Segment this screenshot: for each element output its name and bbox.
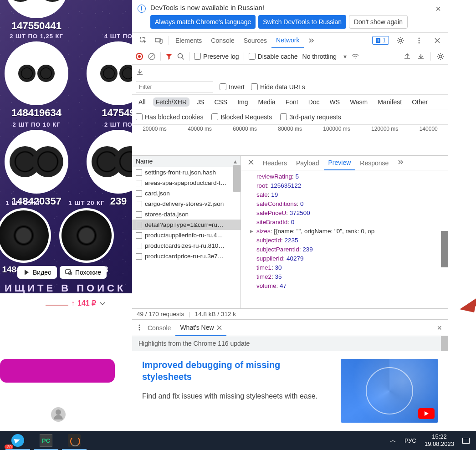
throttling-select[interactable]: No throttling▾ (302, 53, 347, 60)
taskbar-telegram[interactable]: .20 (4, 431, 32, 450)
requests-header[interactable]: Name ▴ (132, 156, 241, 167)
network-timeline[interactable]: 20000 ms40000 ms60000 ms80000 ms100000 m… (132, 125, 448, 156)
tray-chevron-icon[interactable]: ︿ (390, 436, 396, 445)
invert-checkbox[interactable]: Invert (220, 83, 245, 91)
type-manifest[interactable]: Manifest (375, 97, 404, 107)
drawer-tab-console[interactable]: Console (143, 320, 175, 336)
tab-console[interactable]: Console (206, 33, 239, 48)
requests-list[interactable]: settings-front-ru.json.hashareas-spa-spa… (132, 167, 241, 308)
type-img[interactable]: Img (235, 97, 251, 107)
close-drawer-icon[interactable]: × (434, 323, 445, 333)
request-row[interactable]: productcardprice-ru-ru.3e7… (132, 251, 241, 261)
tab-sources[interactable]: Sources (239, 33, 271, 48)
close-devtools-icon[interactable] (430, 37, 445, 44)
similar-button[interactable]: Похожие (60, 266, 107, 279)
request-row[interactable]: stores-data.json (132, 209, 241, 220)
product-label: 2 ШТ ПО (87, 121, 132, 128)
json-line[interactable]: time1: 30 (256, 263, 448, 272)
match-language-button[interactable]: Always match Chrome's language (150, 15, 256, 29)
dtab-headers[interactable]: Headers (258, 156, 292, 170)
more-dtabs-icon[interactable] (393, 159, 408, 167)
dont-show-button[interactable]: Don't show again (349, 15, 408, 29)
json-line[interactable]: subjectId: 2235 (256, 236, 448, 245)
wifi-icon[interactable] (351, 52, 359, 61)
inspect-icon[interactable] (136, 36, 151, 45)
hide-data-urls-checkbox[interactable]: Hide data URLs (251, 83, 305, 91)
type-media[interactable]: Media (256, 97, 278, 107)
type-font[interactable]: Font (283, 97, 301, 107)
scrollbar-thumb[interactable] (233, 165, 241, 192)
json-line[interactable]: subjectParentId: 239 (256, 245, 448, 254)
type-ws[interactable]: WS (327, 97, 343, 107)
record-button[interactable] (136, 53, 143, 60)
close-detail-icon[interactable] (244, 159, 258, 167)
blocked-cookies-checkbox[interactable]: Has blocked cookies (136, 113, 203, 121)
json-line[interactable]: ▸sizes: [{name: "", origName: "0", rank:… (256, 227, 448, 236)
filter-icon[interactable] (165, 53, 173, 60)
request-row[interactable]: cargo-delivery-stores-v2.json (132, 199, 241, 209)
close-icon[interactable]: × (434, 4, 443, 14)
request-row[interactable]: areas-spa-spaproductcard-t… (132, 178, 241, 188)
request-row[interactable]: settings-front-ru.json.hash (132, 167, 241, 178)
json-preview[interactable]: reviewRating: 5root: 125635122sale: 19sa… (241, 170, 448, 308)
detail-scrollbar-thumb[interactable] (441, 231, 448, 267)
request-row[interactable]: card.json (132, 188, 241, 199)
json-line[interactable]: time2: 35 (256, 272, 448, 281)
download-icon[interactable] (417, 52, 425, 61)
json-line[interactable]: volume: 47 (256, 281, 448, 291)
issues-badge[interactable]: 1 (372, 36, 389, 45)
chevron-down-icon[interactable] (99, 300, 106, 307)
whatsnew-title[interactable]: Improved debugging of missing stylesheet… (142, 359, 332, 383)
type-css[interactable]: CSS (211, 97, 230, 107)
tab-network[interactable]: Network (271, 33, 304, 48)
upload-icon[interactable] (403, 52, 411, 61)
drawer-kebab-icon[interactable] (136, 324, 143, 332)
kebab-icon[interactable] (412, 37, 426, 44)
taskbar-pycharm[interactable]: PC (32, 431, 60, 450)
type-other[interactable]: Other (409, 97, 430, 107)
json-line[interactable]: supplierId: 40279 (256, 254, 448, 263)
preserve-log-checkbox[interactable]: Preserve log (194, 53, 239, 60)
avatar-icon[interactable] (51, 407, 66, 422)
tray-clock[interactable]: 15:22 19.08.2023 (425, 433, 454, 447)
har-download-icon[interactable] (136, 68, 144, 76)
third-party-checkbox[interactable]: 3rd-party requests (280, 113, 341, 121)
type-fetch[interactable]: Fetch/XHR (153, 97, 189, 107)
json-line[interactable]: siteBrandId: 0 (256, 218, 448, 227)
blocked-requests-checkbox[interactable]: Blocked Requests (211, 113, 272, 121)
search-icon[interactable] (177, 53, 184, 60)
json-line[interactable]: root: 125635122 (256, 181, 448, 190)
request-row[interactable]: productcardsizes-ru-ru.810… (132, 240, 241, 251)
type-wasm[interactable]: Wasm (347, 97, 370, 107)
buy-button[interactable] (0, 359, 115, 383)
disable-cache-checkbox[interactable]: Disable cache (249, 53, 298, 60)
tray-language[interactable]: РУС (404, 437, 416, 444)
json-line[interactable]: reviewRating: 5 (256, 172, 448, 181)
type-doc[interactable]: Doc (306, 97, 322, 107)
dtab-preview[interactable]: Preview (324, 156, 356, 170)
json-line[interactable]: salePriceU: 372500 (256, 209, 448, 218)
json-line[interactable]: sale: 19 (256, 190, 448, 199)
close-tab-icon[interactable] (217, 325, 222, 330)
tab-elements[interactable]: Elements (171, 33, 206, 48)
whatsnew-video-thumb[interactable] (341, 359, 438, 423)
more-tabs-icon[interactable] (304, 37, 318, 44)
settings-icon[interactable] (393, 36, 408, 45)
filter-input[interactable] (136, 82, 213, 92)
clear-icon[interactable] (148, 52, 156, 61)
switch-russian-button[interactable]: Switch DevTools to Russian (258, 15, 346, 29)
drawer-tab-whatsnew[interactable]: What's New (175, 320, 226, 336)
request-row[interactable]: detail?appType=1&curr=ru… (132, 220, 241, 230)
dtab-response[interactable]: Response (355, 156, 393, 170)
request-row[interactable]: productsupplierinfo-ru-ru.4… (132, 230, 241, 240)
request-name: areas-spa-spaproductcard-t… (145, 179, 226, 186)
json-line[interactable]: saleConditions: 0 (256, 199, 448, 209)
dtab-payload[interactable]: Payload (292, 156, 324, 170)
type-all[interactable]: All (136, 97, 148, 107)
taskbar-jupyter[interactable] (60, 431, 88, 450)
video-button[interactable]: Видео (17, 266, 57, 279)
network-settings-icon[interactable] (436, 52, 445, 61)
notifications-icon[interactable] (462, 438, 470, 444)
device-toggle-icon[interactable] (151, 36, 167, 45)
type-js[interactable]: JS (194, 97, 207, 107)
